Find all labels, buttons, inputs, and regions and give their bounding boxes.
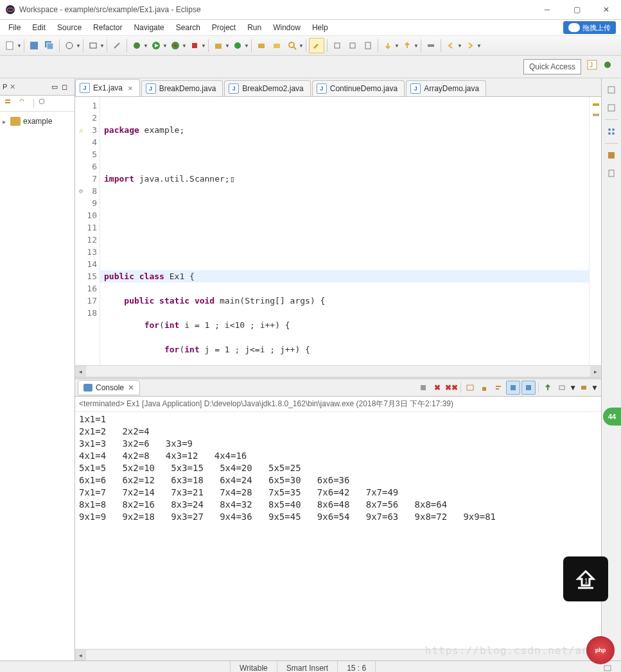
menu-window[interactable]: Window bbox=[267, 21, 306, 34]
new-console-icon[interactable] bbox=[577, 381, 590, 394]
menu-file[interactable]: File bbox=[3, 21, 26, 34]
coverage-button[interactable] bbox=[168, 39, 182, 53]
menu-navigate[interactable]: Navigate bbox=[128, 21, 170, 34]
menu-edit[interactable]: Edit bbox=[26, 21, 51, 34]
debug-button[interactable] bbox=[130, 39, 144, 53]
view-max-icon[interactable]: ◻ bbox=[62, 83, 72, 91]
svg-text:1: 1 bbox=[584, 578, 588, 585]
pin-icon[interactable] bbox=[424, 39, 438, 53]
project-tree[interactable]: ▸ example bbox=[0, 112, 74, 131]
eclipse-icon bbox=[5, 4, 15, 15]
tab-continuedemo[interactable]: J ContinueDemo.java bbox=[312, 80, 405, 96]
back-button[interactable] bbox=[444, 39, 458, 53]
quick-access-input[interactable]: Quick Access bbox=[523, 59, 581, 74]
prev-annotation-icon[interactable] bbox=[400, 39, 414, 53]
green-badge[interactable]: 44 bbox=[603, 408, 621, 426]
chevron-right-icon[interactable]: ▸ bbox=[3, 118, 10, 125]
open-type-icon[interactable] bbox=[254, 39, 268, 53]
dropdown-icon[interactable]: ▼ bbox=[17, 43, 21, 49]
scroll-lock-icon[interactable] bbox=[478, 381, 491, 394]
toggle-highlight[interactable] bbox=[309, 38, 324, 53]
wand-icon[interactable] bbox=[110, 39, 124, 53]
svg-text:J: J bbox=[590, 62, 593, 69]
console-tab[interactable]: Console ✕ bbox=[78, 380, 140, 395]
tool-c[interactable] bbox=[330, 39, 344, 53]
restore-icon[interactable] bbox=[604, 83, 618, 97]
tab-label: BreakDemo.java bbox=[159, 84, 216, 93]
menu-run[interactable]: Run bbox=[241, 21, 267, 34]
outline2-fast-icon[interactable] bbox=[604, 166, 618, 180]
menu-help[interactable]: Help bbox=[306, 21, 334, 34]
fold-icon[interactable]: ⊖ bbox=[76, 185, 85, 197]
marker[interactable] bbox=[593, 114, 599, 116]
link-editor-icon[interactable] bbox=[18, 98, 30, 109]
package-explorer-tab[interactable]: P bbox=[3, 83, 7, 90]
remove-launch-icon[interactable]: ✖ bbox=[431, 381, 444, 394]
tool-e[interactable] bbox=[361, 39, 375, 53]
maximize-button[interactable]: ▢ bbox=[562, 0, 591, 19]
close-button[interactable]: ✕ bbox=[591, 0, 621, 19]
new-button[interactable] bbox=[3, 39, 17, 53]
tool-b[interactable] bbox=[86, 39, 100, 53]
forward-button[interactable] bbox=[463, 39, 477, 53]
tab-breakdemo2[interactable]: J BreakDemo2.java bbox=[224, 80, 310, 96]
svg-rect-37 bbox=[608, 105, 615, 111]
tab-close-icon[interactable]: ✕ bbox=[10, 83, 15, 91]
show-standard-out-icon[interactable] bbox=[521, 381, 536, 395]
svg-rect-14 bbox=[192, 43, 197, 48]
project-icon bbox=[10, 117, 21, 126]
run-button[interactable] bbox=[149, 39, 163, 53]
tree-item-example[interactable]: ▸ example bbox=[3, 116, 72, 127]
svg-rect-44 bbox=[604, 666, 611, 671]
outline-fast-icon[interactable] bbox=[604, 125, 618, 139]
display-console-icon[interactable] bbox=[555, 381, 568, 394]
terminate-icon[interactable] bbox=[417, 381, 430, 394]
view-min-icon[interactable]: ▭ bbox=[51, 83, 62, 91]
svg-line-8 bbox=[114, 43, 119, 48]
overview-ruler[interactable] bbox=[589, 97, 601, 365]
tasks-fast-icon[interactable] bbox=[604, 148, 618, 162]
code-editor[interactable]: ⚠ ⊖ 123456789101112131415161718 package … bbox=[75, 97, 601, 365]
tab-close-icon[interactable]: ✕ bbox=[128, 383, 134, 392]
scroll-right-icon[interactable]: ▸ bbox=[590, 366, 601, 377]
console-output[interactable]: 1x1=1 2x1=2 2x2=4 3x1=3 3x2=6 3x3=9 4x1=… bbox=[75, 412, 601, 649]
tab-arraydemo[interactable]: J ArrayDemo.java bbox=[406, 80, 486, 96]
new-package-icon[interactable] bbox=[211, 39, 225, 53]
clear-console-icon[interactable] bbox=[464, 381, 477, 394]
open-task-icon[interactable] bbox=[270, 39, 284, 53]
restore2-icon[interactable] bbox=[604, 101, 618, 115]
tab-close-icon[interactable]: × bbox=[128, 83, 133, 93]
save-all-button[interactable] bbox=[42, 39, 57, 53]
tab-ex1[interactable]: J Ex1.java × bbox=[75, 79, 140, 96]
next-annotation-icon[interactable] bbox=[381, 39, 395, 53]
scroll-left-icon[interactable]: ◂ bbox=[75, 366, 86, 377]
floating-upload-button[interactable]: 1 bbox=[563, 556, 608, 601]
new-class-icon[interactable] bbox=[231, 39, 245, 53]
menu-project[interactable]: Project bbox=[206, 21, 241, 34]
remove-all-icon[interactable]: ✖✖ bbox=[445, 381, 458, 394]
menu-source[interactable]: Source bbox=[51, 21, 87, 34]
perspective-java-icon[interactable]: J bbox=[586, 59, 602, 74]
menu-refactor[interactable]: Refactor bbox=[87, 21, 128, 34]
warning-marker[interactable] bbox=[593, 103, 599, 106]
perspective-debug-icon[interactable] bbox=[602, 59, 617, 74]
tool-d[interactable] bbox=[345, 39, 360, 53]
search-icon[interactable] bbox=[285, 39, 299, 53]
upload-button[interactable]: 拖拽上传 bbox=[563, 21, 616, 34]
code-area[interactable]: package example; import java.util.Scanne… bbox=[100, 97, 589, 365]
word-wrap-icon[interactable] bbox=[492, 381, 505, 394]
watermark-text: https://blog.csdn.net/an bbox=[425, 644, 589, 657]
focus-task-icon[interactable] bbox=[38, 98, 49, 109]
minimize-button[interactable]: ─ bbox=[532, 0, 562, 19]
editor-hscroll[interactable]: ◂ ▸ bbox=[75, 365, 601, 377]
menu-search[interactable]: Search bbox=[170, 21, 206, 34]
show-console-icon[interactable] bbox=[506, 381, 520, 395]
save-button[interactable] bbox=[27, 39, 41, 53]
svg-rect-35 bbox=[581, 386, 586, 390]
scroll-left-icon[interactable]: ◂ bbox=[75, 650, 86, 660]
pin-console-icon[interactable] bbox=[541, 381, 554, 394]
ext-tools-button[interactable] bbox=[188, 39, 202, 53]
tab-breakdemo[interactable]: J BreakDemo.java bbox=[141, 80, 223, 96]
tool-a[interactable] bbox=[62, 39, 76, 53]
collapse-all-icon[interactable] bbox=[4, 98, 15, 109]
